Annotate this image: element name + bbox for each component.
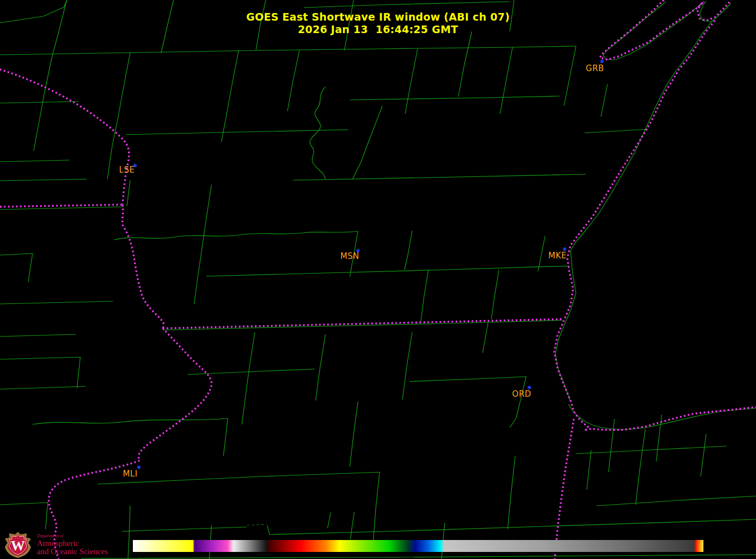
- svg-text:W: W: [11, 538, 25, 554]
- logo-line2: and Oceanic Sciences: [37, 548, 108, 556]
- station-label-grb: GRB: [586, 63, 604, 73]
- station-label-lse: LSE: [119, 165, 135, 175]
- station-marker-mke: [563, 248, 566, 251]
- station-label-msn: MSN: [340, 251, 359, 261]
- station-marker-grb: [601, 60, 604, 63]
- satellite-image-page: { "header": { "title_line1": "GOES East …: [0, 0, 756, 559]
- logo-department: Department of: [37, 533, 108, 538]
- title-line2: 2026 Jan 13 16:44:25 GMT: [0, 23, 756, 36]
- logo-text: Department of Atmospheric and Oceanic Sc…: [37, 533, 108, 556]
- uw-crest-icon: W: [4, 531, 32, 558]
- image-title: GOES East Shortwave IR window (ABI ch 07…: [0, 11, 756, 36]
- map-layer: [0, 0, 756, 559]
- uw-aos-logo: W Department of Atmospheric and Oceanic …: [4, 531, 108, 558]
- station-marker-ord: [528, 386, 531, 389]
- map-background: [0, 0, 756, 559]
- logo-line1: Atmospheric: [37, 539, 108, 548]
- station-label-mke: MKE: [548, 251, 567, 261]
- station-label-mli: MLI: [123, 469, 137, 479]
- title-line1: GOES East Shortwave IR window (ABI ch 07…: [0, 11, 756, 23]
- station-label-ord: ORD: [512, 389, 531, 399]
- temperature-colorbar: [133, 540, 703, 552]
- station-marker-mli: [138, 466, 140, 469]
